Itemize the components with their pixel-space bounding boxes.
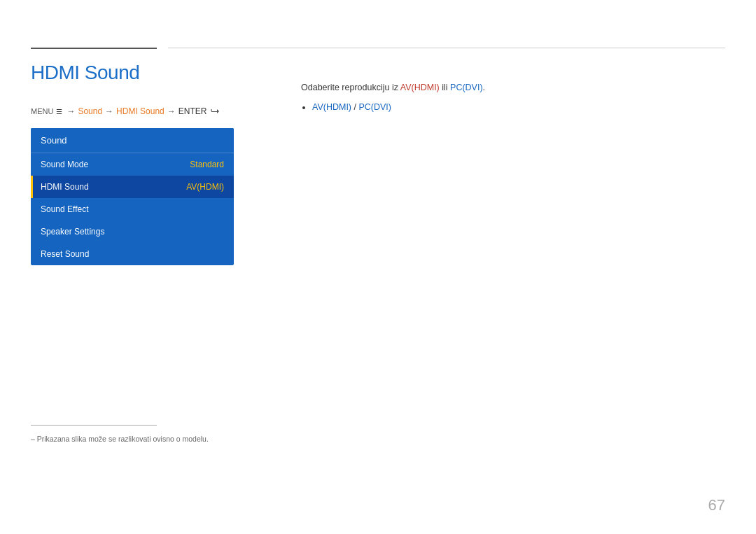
footer-note: – Prikazana slika može se razlikovati ov… <box>31 435 209 443</box>
menu-item-hdmi-sound[interactable]: HDMI Sound AV(HDMI) <box>31 176 234 198</box>
enter-icon <box>210 108 220 115</box>
menu-item-sound-mode[interactable]: Sound Mode Standard <box>31 153 234 176</box>
menu-item-sound-effect[interactable]: Sound Effect <box>31 198 234 220</box>
menu-panel-header: Sound <box>31 128 234 153</box>
breadcrumb-arrow-2: → <box>105 106 113 116</box>
bullet-separator: / <box>351 102 358 112</box>
menu-icon-symbol: ☰ <box>56 108 62 115</box>
page-title: HDMI Sound <box>31 62 139 84</box>
description-text: Odaberite reprodukciju iz AV(HDMI) ili P… <box>301 80 725 94</box>
bullet-item: AV(HDMI) / PC(DVI) <box>312 100 725 114</box>
pc-dvi-link[interactable]: PC(DVI) <box>450 83 483 92</box>
footer-line <box>31 425 157 426</box>
breadcrumb: MENU ☰ → Sound → HDMI Sound → ENTER <box>31 106 220 116</box>
top-line-left <box>31 48 157 49</box>
speaker-settings-label: Speaker Settings <box>41 227 104 237</box>
page-number: 67 <box>708 496 725 514</box>
sound-menu-panel: Sound Sound Mode Standard HDMI Sound AV(… <box>31 128 234 265</box>
breadcrumb-hdmi-sound-link[interactable]: HDMI Sound <box>116 106 164 116</box>
sound-mode-value: Standard <box>190 160 224 169</box>
av-hdmi-link[interactable]: AV(HDMI) <box>400 83 440 92</box>
menu-item-reset-sound[interactable]: Reset Sound <box>31 243 234 265</box>
bullet-av-hdmi[interactable]: AV(HDMI) <box>312 102 351 112</box>
description-suffix: . <box>483 83 485 92</box>
menu-item-speaker-settings[interactable]: Speaker Settings <box>31 220 234 243</box>
description-prefix: Odaberite reprodukciju iz <box>301 83 400 92</box>
right-content: Odaberite reprodukciju iz AV(HDMI) ili P… <box>301 80 725 114</box>
breadcrumb-sound-link[interactable]: Sound <box>78 106 102 116</box>
sound-mode-label: Sound Mode <box>41 160 88 169</box>
description-mid: ili <box>440 83 450 92</box>
menu-icon: MENU <box>31 107 53 115</box>
breadcrumb-arrow-1: → <box>66 106 75 116</box>
top-line-right <box>168 48 725 48</box>
sound-effect-label: Sound Effect <box>41 204 89 214</box>
breadcrumb-enter: ENTER <box>178 106 207 116</box>
bullet-pc-dvi[interactable]: PC(DVI) <box>358 102 391 112</box>
breadcrumb-arrow-3: → <box>167 106 176 116</box>
bullet-list: AV(HDMI) / PC(DVI) <box>312 100 725 114</box>
hdmi-sound-value: AV(HDMI) <box>186 182 224 192</box>
reset-sound-label: Reset Sound <box>41 249 89 259</box>
hdmi-sound-label: HDMI Sound <box>41 182 89 192</box>
